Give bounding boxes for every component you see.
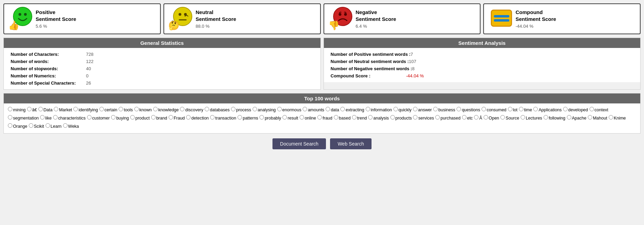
word-radio-25[interactable] [533,107,538,111]
word-radio-20[interactable] [433,107,438,111]
compound-emoji-icon [491,10,512,27]
word-radio-55[interactable] [567,115,571,120]
general-stats-body: Number of Characters: 728 Number of word… [4,48,320,89]
word-radio-43[interactable] [334,115,338,120]
word-radio-2[interactable] [38,107,43,111]
word-radio-21[interactable] [457,107,461,111]
word-radio-15[interactable] [326,107,330,111]
word-radio-54[interactable] [544,115,548,120]
neutral-card-text: NeutralSentiment Score 88.0 % [196,9,236,29]
word-radio-45[interactable] [368,115,373,120]
word-radio-37[interactable] [210,115,215,120]
word-item: questions [457,108,482,112]
word-radio-16[interactable] [340,107,345,111]
neutral-sentiment-card: 🤔 NeutralSentiment Score 88.0 % [163,3,321,34]
stat-label-characters: Number of Characters: [11,52,86,57]
word-radio-5[interactable] [99,107,104,111]
stat-value-compound-score: -44.04 % [406,73,424,78]
word-radio-17[interactable] [366,107,370,111]
word-radio-41[interactable] [300,115,304,120]
word-radio-39[interactable] [259,115,264,120]
word-radio-11[interactable] [231,107,235,111]
word-radio-0[interactable] [8,107,12,111]
word-radio-33[interactable] [130,115,135,120]
word-radio-34[interactable] [151,115,156,120]
word-radio-19[interactable] [413,107,417,111]
word-label: known [139,108,152,112]
word-radio-52[interactable] [500,115,505,120]
word-radio-60[interactable] [46,123,50,128]
word-item: known [134,108,153,112]
stat-value-neutral-words: 107 [409,59,416,64]
word-radio-35[interactable] [169,115,173,120]
word-radio-18[interactable] [393,107,398,111]
word-radio-48[interactable] [435,115,440,120]
word-radio-26[interactable] [563,107,568,111]
word-radio-53[interactable] [521,115,525,120]
word-radio-51[interactable] [484,115,488,120]
word-radio-57[interactable] [609,115,613,120]
word-item: result [282,116,300,121]
word-item: Learn [46,124,63,129]
word-radio-23[interactable] [508,107,512,111]
word-radio-3[interactable] [54,107,58,111]
stat-label-neutral-words: Number of Neutral sentiment words : [331,59,409,64]
stat-row-special: Number of Special Characters: 26 [11,79,314,87]
stat-label-words: Number of words: [11,59,86,64]
word-radio-59[interactable] [29,123,33,128]
word-item: Weka [63,124,81,129]
word-radio-29[interactable] [40,115,45,120]
general-stats-header: General Statistics [4,38,320,48]
word-radio-38[interactable] [238,115,242,120]
word-item: â€ [27,108,38,112]
word-item: products [390,116,413,121]
word-label: extracting [345,108,364,112]
word-radio-58[interactable] [8,123,12,128]
word-radio-4[interactable] [73,107,78,111]
word-radio-40[interactable] [282,115,287,120]
word-radio-47[interactable] [413,115,417,120]
word-radio-32[interactable] [111,115,116,120]
word-radio-44[interactable] [352,115,356,120]
word-radio-61[interactable] [63,123,68,128]
web-search-button[interactable]: Web Search [330,138,372,149]
word-label: mining [13,108,26,112]
stat-value-negative-words: 8 [412,66,414,71]
neutral-card-title: NeutralSentiment Score [196,9,236,22]
word-radio-10[interactable] [205,107,209,111]
word-item: transaction [210,116,238,121]
word-label: detection [191,116,209,121]
word-label: Applications [538,108,561,112]
word-radio-56[interactable] [588,115,592,120]
word-radio-28[interactable] [8,115,12,120]
word-radio-1[interactable] [27,107,32,111]
word-radio-27[interactable] [590,107,594,111]
word-radio-12[interactable] [253,107,257,111]
stat-value-positive-words: 7 [411,52,413,57]
word-radio-14[interactable] [303,107,307,111]
word-radio-13[interactable] [277,107,282,111]
word-radio-9[interactable] [180,107,184,111]
word-label: following [549,116,566,121]
word-radio-7[interactable] [134,107,139,111]
word-radio-6[interactable] [119,107,123,111]
stat-row-positive-words: Number of Positive sentiment words : 7 [331,51,634,58]
word-radio-30[interactable] [53,115,58,120]
word-radio-50[interactable] [474,115,478,120]
word-radio-46[interactable] [390,115,395,120]
word-radio-49[interactable] [462,115,466,120]
word-item: developed [563,108,590,112]
word-radio-24[interactable] [519,107,523,111]
word-radio-8[interactable] [153,107,158,111]
stat-value-numerics: 0 [86,73,88,78]
thumbs-up-icon: 👍 [8,20,19,31]
word-radio-36[interactable] [186,115,191,120]
word-radio-22[interactable] [482,107,486,111]
compound-card-score: -44.04 % [515,24,556,29]
word-radio-42[interactable] [317,115,322,120]
word-label: time [524,108,532,112]
word-item: knowledge [153,108,180,112]
word-label: result [288,116,298,121]
document-search-button[interactable]: Document Search [272,138,326,149]
word-radio-31[interactable] [87,115,92,120]
